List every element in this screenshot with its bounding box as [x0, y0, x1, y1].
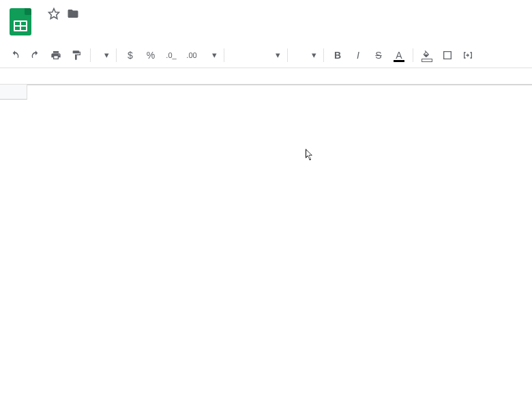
- formula-input[interactable]: [26, 68, 532, 84]
- bold-button[interactable]: B: [328, 46, 347, 64]
- borders-button[interactable]: [438, 46, 457, 64]
- folder-icon[interactable]: [67, 8, 79, 20]
- merge-cells-button[interactable]: [458, 46, 477, 64]
- font-size-select[interactable]: ▾: [292, 46, 319, 64]
- toolbar: ▾ $ % .0_ .00 ▾ ▾ ▾ B I S A: [0, 42, 532, 68]
- strikethrough-button[interactable]: S: [369, 46, 388, 64]
- number-format-select[interactable]: ▾: [203, 46, 220, 64]
- select-all-corner[interactable]: [0, 85, 27, 100]
- decrease-decimal-button[interactable]: .0_: [162, 46, 181, 64]
- undo-button[interactable]: [5, 46, 25, 64]
- percent-button[interactable]: %: [141, 46, 160, 64]
- text-color-button[interactable]: A: [389, 46, 409, 64]
- zoom-select[interactable]: ▾: [95, 46, 112, 64]
- star-icon[interactable]: [48, 8, 60, 20]
- mouse-cursor: [306, 149, 314, 161]
- increase-decimal-button[interactable]: .00: [182, 46, 201, 64]
- redo-button[interactable]: [26, 46, 45, 64]
- paint-format-button[interactable]: [67, 46, 86, 64]
- print-button[interactable]: [46, 46, 65, 64]
- sheets-app-icon[interactable]: [10, 8, 37, 35]
- svg-marker-0: [49, 9, 59, 19]
- font-select[interactable]: ▾: [228, 46, 283, 64]
- italic-button[interactable]: I: [349, 46, 368, 64]
- currency-button[interactable]: $: [121, 46, 140, 64]
- fill-color-button[interactable]: [417, 46, 437, 64]
